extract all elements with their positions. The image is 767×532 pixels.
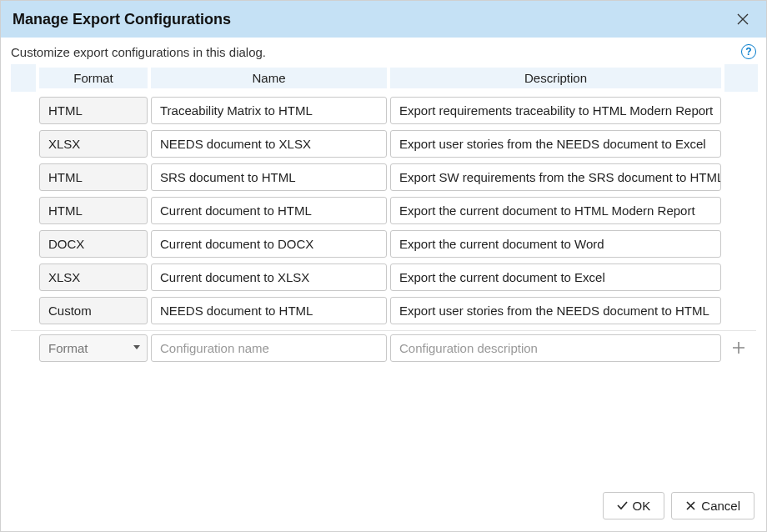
row-description-cell[interactable]: Export SW requirements from the SRS docu… xyxy=(390,163,721,191)
row-name-cell[interactable]: Current document to HTML xyxy=(151,197,387,224)
row-name-cell[interactable]: NEEDS document to HTML xyxy=(151,297,387,324)
row-description-cell[interactable]: Export the current document to HTML Mode… xyxy=(390,197,721,224)
table-row[interactable]: HTMLTraceability Matrix to HTMLExport re… xyxy=(11,95,756,125)
dialog-subtitle: Customize export configurations in this … xyxy=(11,45,266,59)
table-row[interactable]: CustomNEEDS document to HTMLExport user … xyxy=(11,295,756,325)
table-body: HTMLTraceability Matrix to HTMLExport re… xyxy=(11,95,756,329)
header-name[interactable]: Name xyxy=(151,68,387,88)
row-action-col xyxy=(724,130,756,158)
format-select-placeholder: Format xyxy=(48,341,88,355)
row-action-col xyxy=(724,197,756,224)
header-format[interactable]: Format xyxy=(39,68,148,88)
row-format-cell[interactable]: Custom xyxy=(39,297,148,324)
table-row[interactable]: HTMLCurrent document to HTMLExport the c… xyxy=(11,195,756,225)
cancel-button[interactable]: Cancel xyxy=(671,492,754,519)
dialog-subtitle-row: Customize export configurations in this … xyxy=(1,38,766,64)
header-action-col xyxy=(724,64,758,92)
configuration-name-input[interactable] xyxy=(151,334,387,362)
configurations-table: Format Name Description HTMLTraceability… xyxy=(1,64,766,480)
table-row[interactable]: DOCXCurrent document to DOCXExport the c… xyxy=(11,228,756,258)
row-action-col xyxy=(724,297,756,324)
ok-button[interactable]: OK xyxy=(603,492,665,519)
manage-export-configurations-dialog: Manage Export Configurations Customize e… xyxy=(0,0,767,532)
table-header-row: Format Name Description xyxy=(11,64,756,92)
row-format-cell[interactable]: XLSX xyxy=(39,130,148,158)
row-description-cell[interactable]: Export the current document to Excel xyxy=(390,263,721,291)
row-action-col xyxy=(724,97,756,124)
row-action-col xyxy=(724,163,756,191)
dialog-footer: OK Cancel xyxy=(1,480,766,531)
row-description-cell[interactable]: Export user stories from the NEEDS docum… xyxy=(390,297,721,324)
row-drag-handle[interactable] xyxy=(11,263,36,291)
table-row[interactable]: XLSXCurrent document to XLSXExport the c… xyxy=(11,262,756,292)
x-icon xyxy=(685,501,696,510)
row-format-cell[interactable]: HTML xyxy=(39,163,148,191)
dialog-title: Manage Export Configurations xyxy=(13,11,231,28)
row-drag-handle[interactable] xyxy=(11,197,36,224)
new-row-handle xyxy=(11,334,36,362)
cancel-button-label: Cancel xyxy=(701,499,740,513)
row-drag-handle[interactable] xyxy=(11,130,36,158)
chevron-down-icon xyxy=(133,345,140,350)
row-name-cell[interactable]: Current document to DOCX xyxy=(151,230,387,258)
close-icon[interactable] xyxy=(731,8,754,31)
row-name-cell[interactable]: Current document to XLSX xyxy=(151,263,387,291)
row-action-col xyxy=(724,230,756,258)
row-drag-handle[interactable] xyxy=(11,163,36,191)
row-name-cell[interactable]: Traceability Matrix to HTML xyxy=(151,97,387,124)
row-drag-handle[interactable] xyxy=(11,97,36,124)
help-icon[interactable]: ? xyxy=(741,44,756,59)
table-row[interactable]: HTMLSRS document to HTMLExport SW requir… xyxy=(11,162,756,192)
row-description-cell[interactable]: Export user stories from the NEEDS docum… xyxy=(390,130,721,158)
row-name-cell[interactable]: SRS document to HTML xyxy=(151,163,387,191)
format-select[interactable]: Format xyxy=(39,334,148,362)
row-drag-handle[interactable] xyxy=(11,230,36,258)
row-format-cell[interactable]: XLSX xyxy=(39,263,148,291)
row-format-cell[interactable]: DOCX xyxy=(39,230,148,258)
row-format-cell[interactable]: HTML xyxy=(39,97,148,124)
row-description-cell[interactable]: Export requirements traceability to HTML… xyxy=(390,97,721,124)
header-handle-col xyxy=(11,64,36,92)
row-format-cell[interactable]: HTML xyxy=(39,197,148,224)
header-description[interactable]: Description xyxy=(390,68,721,88)
dialog-titlebar: Manage Export Configurations xyxy=(1,1,766,38)
check-icon xyxy=(617,501,628,510)
plus-icon xyxy=(732,341,745,354)
row-description-cell[interactable]: Export the current document to Word xyxy=(390,230,721,258)
table-row[interactable]: XLSXNEEDS document to XLSXExport user st… xyxy=(11,128,756,158)
new-configuration-row: Format xyxy=(11,333,756,363)
add-configuration-button[interactable] xyxy=(724,334,752,362)
configuration-description-input[interactable] xyxy=(390,334,721,362)
row-name-cell[interactable]: NEEDS document to XLSX xyxy=(151,130,387,158)
row-drag-handle[interactable] xyxy=(11,297,36,324)
ok-button-label: OK xyxy=(633,499,651,513)
row-action-col xyxy=(724,263,756,291)
